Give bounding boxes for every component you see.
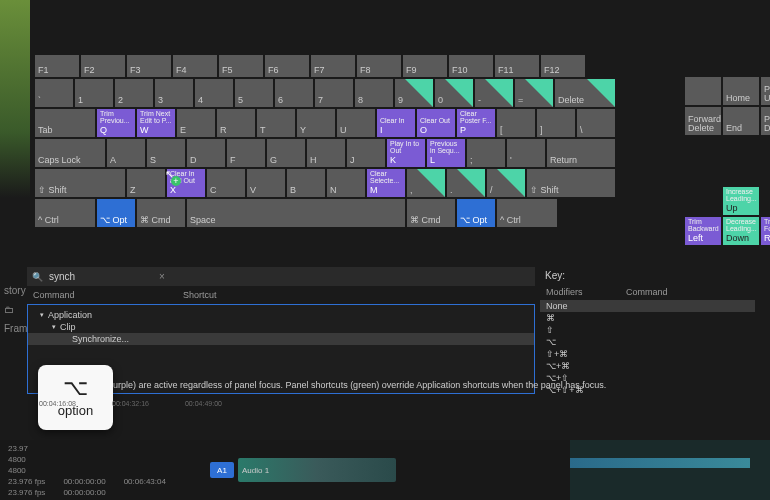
folder-icon[interactable]: 🗀: [4, 304, 24, 315]
modifier-row[interactable]: ⌥+⌘: [540, 360, 755, 372]
key-unused[interactable]: [685, 77, 721, 105]
key-right[interactable]: Trim ForwardRight: [761, 217, 770, 245]
key-1[interactable]: 1: [75, 79, 113, 107]
key-][interactable]: ]: [537, 109, 575, 137]
key-f11[interactable]: F11: [495, 55, 539, 77]
key-opt-right[interactable]: ⌥ Opt: [457, 199, 495, 227]
key-ctrl-left[interactable]: ^ Ctrl: [35, 199, 95, 227]
key-/[interactable]: /: [487, 169, 525, 197]
modifier-row[interactable]: ⇧: [540, 324, 755, 336]
key-f10[interactable]: F10: [449, 55, 493, 77]
key-\[interactable]: \: [577, 109, 615, 137]
key-shift-left[interactable]: ⇧ Shift: [35, 169, 125, 197]
key-9[interactable]: 9: [395, 79, 433, 107]
key-opt-left[interactable]: ⌥ Opt: [97, 199, 135, 227]
key-z[interactable]: Z: [127, 169, 165, 197]
key-8[interactable]: 8: [355, 79, 393, 107]
key-b[interactable]: B: [287, 169, 325, 197]
key-'[interactable]: ': [507, 139, 545, 167]
key-end[interactable]: End: [723, 107, 759, 135]
key-t[interactable]: T: [257, 109, 295, 137]
key-;[interactable]: ;: [467, 139, 505, 167]
key-w[interactable]: Trim Next Edit to P...W: [137, 109, 175, 137]
key-=[interactable]: =: [515, 79, 553, 107]
key-ctrl-right[interactable]: ^ Ctrl: [497, 199, 557, 227]
timeline-tracks[interactable]: A1 Audio 1: [206, 440, 570, 500]
key-f8[interactable]: F8: [357, 55, 401, 77]
tree-synchronize[interactable]: Synchronize...: [28, 333, 534, 345]
key-tab[interactable]: Tab: [35, 109, 95, 137]
key-j[interactable]: J: [347, 139, 385, 167]
key-cmd-left[interactable]: ⌘ Cmd: [137, 199, 185, 227]
key-space[interactable]: Space: [187, 199, 405, 227]
key-[[interactable]: [: [497, 109, 535, 137]
key-f9[interactable]: F9: [403, 55, 447, 77]
key-f12[interactable]: F12: [541, 55, 585, 77]
key-f[interactable]: F: [227, 139, 265, 167]
tree-application[interactable]: ▾Application: [28, 309, 534, 321]
key-return[interactable]: Return: [547, 139, 615, 167]
key-delete[interactable]: Delete: [555, 79, 615, 107]
key-m[interactable]: Clear Selecte...M: [367, 169, 405, 197]
key-pagedown[interactable]: Page Down: [761, 107, 770, 135]
key-h[interactable]: H: [307, 139, 345, 167]
key-p[interactable]: Clear Poster F...P: [457, 109, 495, 137]
key-f2[interactable]: F2: [81, 55, 125, 77]
key-home[interactable]: Home: [723, 77, 759, 105]
key-f6[interactable]: F6: [265, 55, 309, 77]
key-d[interactable]: D: [187, 139, 225, 167]
key-s[interactable]: S: [147, 139, 185, 167]
key-0[interactable]: 0: [435, 79, 473, 107]
modifier-row[interactable]: ⇧+⌘: [540, 348, 755, 360]
key-5[interactable]: 5: [235, 79, 273, 107]
key-.[interactable]: .: [447, 169, 485, 197]
modifier-row[interactable]: None: [540, 300, 755, 312]
key-f4[interactable]: F4: [173, 55, 217, 77]
key-down[interactable]: Decrease Leading...Down: [723, 217, 759, 245]
key-shift-right[interactable]: ⇧ Shift: [527, 169, 615, 197]
key-6[interactable]: 6: [275, 79, 313, 107]
key-a[interactable]: A: [107, 139, 145, 167]
key-f7[interactable]: F7: [311, 55, 355, 77]
tree-clip[interactable]: ▾Clip: [28, 321, 534, 333]
key--[interactable]: -: [475, 79, 513, 107]
key-v[interactable]: V: [247, 169, 285, 197]
key-i[interactable]: Clear InI: [377, 109, 415, 137]
search-input[interactable]: [47, 270, 151, 283]
nav-cluster-top: Home Page Up: [685, 77, 770, 107]
key-up[interactable]: Increase Leading...Up: [723, 187, 759, 215]
key-r[interactable]: R: [217, 109, 255, 137]
key-f1[interactable]: F1: [35, 55, 79, 77]
key-7[interactable]: 7: [315, 79, 353, 107]
key-capslock[interactable]: Caps Lock: [35, 139, 105, 167]
key-left[interactable]: Trim BackwardLeft: [685, 217, 721, 245]
key-y[interactable]: Y: [297, 109, 335, 137]
key-fwddelete[interactable]: Forward Delete: [685, 107, 721, 135]
key-f5[interactable]: F5: [219, 55, 263, 77]
key-pageup[interactable]: Page Up: [761, 77, 770, 105]
key-n[interactable]: N: [327, 169, 365, 197]
key-o[interactable]: Clear OutO: [417, 109, 455, 137]
key-x[interactable]: Clear In and OutX: [167, 169, 205, 197]
key-k[interactable]: Play In to OutK: [387, 139, 425, 167]
modifier-row[interactable]: ⌥: [540, 336, 755, 348]
clear-search-icon[interactable]: ×: [159, 271, 165, 282]
key-l[interactable]: Previous in Sequ...L: [427, 139, 465, 167]
col-command2: Command: [626, 287, 668, 297]
key-u[interactable]: U: [337, 109, 375, 137]
key-cmd-right[interactable]: ⌘ Cmd: [407, 199, 455, 227]
key-,[interactable]: ,: [407, 169, 445, 197]
key-q[interactable]: Trim Previou...Q: [97, 109, 135, 137]
modifier-row[interactable]: ⌘: [540, 312, 755, 324]
timeline-right[interactable]: [570, 440, 770, 500]
key-g[interactable]: G: [267, 139, 305, 167]
key-2[interactable]: 2: [115, 79, 153, 107]
key-`[interactable]: `: [35, 79, 73, 107]
key-e[interactable]: E: [177, 109, 215, 137]
track-a1-head[interactable]: A1: [210, 462, 234, 478]
key-3[interactable]: 3: [155, 79, 193, 107]
key-f3[interactable]: F3: [127, 55, 171, 77]
key-c[interactable]: C: [207, 169, 245, 197]
track-audio1[interactable]: Audio 1: [238, 458, 396, 482]
key-4[interactable]: 4: [195, 79, 233, 107]
